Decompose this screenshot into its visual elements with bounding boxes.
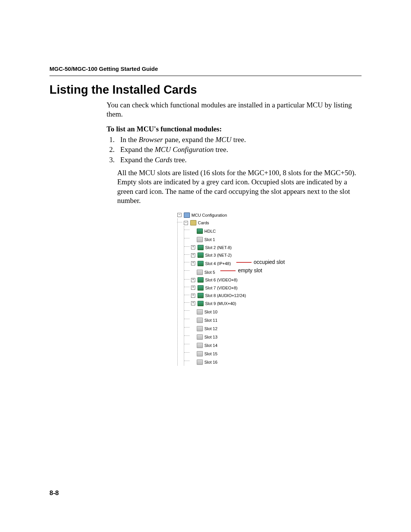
card-empty-icon xyxy=(197,343,203,348)
expand-icon[interactable] xyxy=(191,301,195,305)
header-rule xyxy=(49,75,362,76)
card-empty-icon xyxy=(197,334,203,340)
tree-slot-item[interactable]: Slot 5 xyxy=(191,269,215,276)
step-italic: Browser xyxy=(139,136,163,144)
tree-slot-label: Slot 16 xyxy=(204,359,217,366)
procedure-steps: In the Browser pane, expand the MCU tree… xyxy=(107,135,362,165)
intro-paragraph: You can check which functional modules a… xyxy=(107,101,362,119)
step-italic: MCU Configuration xyxy=(155,145,214,153)
procedure-subhead: To list an MCU's functional modules: xyxy=(107,125,362,134)
tree-slot-label: Slot 8 (AUDIO+12/24) xyxy=(205,292,246,299)
cards-folder-icon xyxy=(190,220,196,225)
callout-line xyxy=(220,270,236,271)
tree-slot-label: Slot 12 xyxy=(204,325,217,332)
tree-root-label: MCU Configuration xyxy=(191,212,227,219)
expand-icon[interactable] xyxy=(191,278,195,282)
section-heading: Listing the Installed Cards xyxy=(49,83,362,97)
tree-slot-item[interactable]: Slot 6 (VIDEO+8) xyxy=(191,276,237,283)
tree-slot-label: HDLC xyxy=(204,228,216,235)
collapse-icon[interactable] xyxy=(184,221,188,225)
tree-slot-label: Slot 5 xyxy=(204,269,215,276)
card-empty-icon xyxy=(197,326,203,331)
expand-icon[interactable] xyxy=(191,286,195,290)
card-occupied-icon xyxy=(197,228,203,234)
step-text: tree. xyxy=(213,145,228,153)
expand-icon[interactable] xyxy=(191,294,195,298)
tree-slot-label: Slot 14 xyxy=(204,342,217,349)
tree-slot-label: Slot 6 (VIDEO+8) xyxy=(205,276,237,283)
tree-slot-label: Slot 4 (IP+48) xyxy=(205,260,231,267)
tree-slot-label: Slot 9 (MUX+40) xyxy=(205,300,236,307)
tree-slot-label: Slot 3 (NET-2) xyxy=(205,252,232,259)
tree-slot-item[interactable]: Slot 16 xyxy=(191,359,217,366)
step-text: In the xyxy=(120,136,139,144)
tree-root[interactable]: MCU Configuration xyxy=(177,212,227,219)
card-empty-icon xyxy=(197,309,203,315)
tree-slot-item[interactable]: Slot 8 (AUDIO+12/24) xyxy=(191,292,246,299)
tree-slot-item[interactable]: Slot 9 (MUX+40) xyxy=(191,300,236,307)
tree-slot-label: Slot 1 xyxy=(204,236,215,243)
callout-text: empty slot xyxy=(238,267,262,273)
mcu-config-icon xyxy=(184,212,190,218)
page-number: 8-8 xyxy=(49,489,59,497)
callout-text: occupied slot xyxy=(254,259,285,265)
running-head: MGC-50/MGC-100 Getting Started Guide xyxy=(49,66,158,72)
tree-slot-item[interactable]: Slot 14 xyxy=(191,342,217,349)
callout-line xyxy=(236,262,252,263)
step-note: All the MCU slots are listed (16 slots f… xyxy=(117,168,362,205)
expand-icon[interactable] xyxy=(191,261,195,265)
tree-slot-label: Slot 10 xyxy=(204,308,217,315)
callout: occupied slot xyxy=(234,259,285,265)
tree-slot-label: Slot 15 xyxy=(204,350,217,357)
tree-slot-item[interactable]: Slot 11 xyxy=(191,317,217,324)
tree-slot-label: Slot 13 xyxy=(204,334,217,340)
step-text: Expand the xyxy=(120,156,155,164)
card-occupied-icon xyxy=(198,301,204,306)
step-italic: MCU xyxy=(215,136,231,144)
tree-slot-item[interactable]: Slot 13 xyxy=(191,334,217,340)
tree-slot-item[interactable]: Slot 10 xyxy=(191,308,217,315)
tree-slot-item[interactable]: Slot 12 xyxy=(191,325,217,332)
tree-slot-item[interactable]: Slot 3 (NET-2) xyxy=(191,252,232,259)
card-empty-icon xyxy=(197,237,203,242)
expand-icon[interactable] xyxy=(191,245,195,249)
card-occupied-icon xyxy=(198,252,204,258)
step-text: Expand the xyxy=(120,145,155,153)
tree-slot-item[interactable]: Slot 2 (NET-8) xyxy=(191,244,232,251)
tree-slot-item[interactable]: Slot 4 (IP+48) xyxy=(191,260,231,267)
card-occupied-icon xyxy=(198,277,204,283)
step-text: tree. xyxy=(172,156,187,164)
page: MGC-50/MGC-100 Getting Started Guide Lis… xyxy=(0,0,411,532)
collapse-icon[interactable] xyxy=(177,213,182,217)
tree-slot-item[interactable]: HDLC xyxy=(191,228,216,235)
tree-slot-item[interactable]: Slot 15 xyxy=(191,350,217,357)
card-empty-icon xyxy=(197,359,203,365)
step-italic: Cards xyxy=(155,156,172,164)
tree-slot-item[interactable]: Slot 1 xyxy=(191,236,215,243)
card-occupied-icon xyxy=(198,261,204,266)
expand-icon[interactable] xyxy=(191,253,195,257)
tree: MCU Configuration Cards HDLCSlot 1Slot 2… xyxy=(177,211,362,366)
tree-slot-item[interactable]: Slot 7 (VIDEO+8) xyxy=(191,284,237,291)
card-empty-icon xyxy=(197,270,203,275)
tree-slot-label: Slot 11 xyxy=(204,317,217,324)
card-empty-icon xyxy=(197,351,203,356)
card-occupied-icon xyxy=(198,293,204,298)
tree-cards-label: Cards xyxy=(198,219,209,226)
tree-slot-label: Slot 2 (NET-8) xyxy=(205,244,232,251)
body-column: You can check which functional modules a… xyxy=(107,101,362,366)
tree-screenshot: MCU Configuration Cards HDLCSlot 1Slot 2… xyxy=(174,211,362,366)
step-1: In the Browser pane, expand the MCU tree… xyxy=(116,135,362,144)
tree-slot-label: Slot 7 (VIDEO+8) xyxy=(205,284,237,291)
card-occupied-icon xyxy=(198,285,204,291)
step-text: pane, expand the xyxy=(163,136,215,144)
step-2: Expand the MCU Configuration tree. xyxy=(116,145,362,154)
callout: empty slot xyxy=(218,267,262,273)
card-empty-icon xyxy=(197,318,203,323)
step-3: Expand the Cards tree. xyxy=(116,155,362,165)
step-text: tree. xyxy=(231,136,246,144)
tree-cards-folder[interactable]: Cards xyxy=(184,219,209,226)
card-occupied-icon xyxy=(198,245,204,250)
